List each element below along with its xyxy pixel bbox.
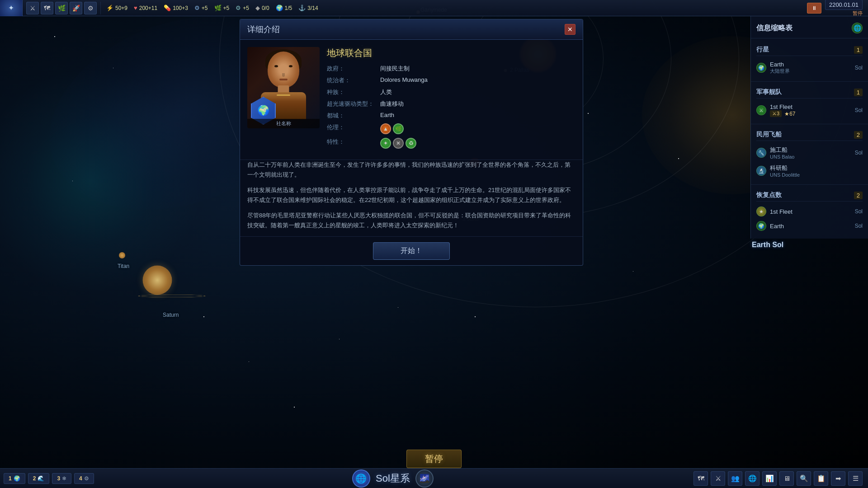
- ships-val: 3/14: [307, 5, 318, 11]
- br-icon-map[interactable]: 🗺: [693, 471, 708, 486]
- tab2-icon: 🌊: [38, 475, 44, 482]
- br-icon-combat[interactable]: ⚔: [711, 471, 725, 486]
- planet-titan[interactable]: [119, 252, 125, 258]
- fleet-badges: ⚔3 ★67: [770, 110, 851, 117]
- eng2-icon: ⚙: [236, 5, 241, 11]
- planets-val: 1/5: [285, 5, 292, 11]
- br-icon-arrow[interactable]: ➡: [831, 471, 845, 486]
- desc-para-3: 尽管88年的毛里塔尼亚警察行动让某些人厌恶大权独揽的联合国，但不可反驳的是：联合…: [247, 211, 576, 230]
- desc-para-2: 科技发展虽然迅速，但也伴随着代价，在人类掌控原子能以前，战争夺走了成千上万的生命…: [247, 185, 576, 205]
- planets-icon: 🌍: [276, 5, 283, 11]
- left-eye: [274, 65, 278, 67]
- sidebar-section-planets: 行星 1 🌍 Earth 大陆世界 Sol: [751, 42, 868, 79]
- topbar: ✦ ⚔ 🗺 🌿 🚀 ⚙ ⚡ 50+9 ♥ 200+11 💊 100+3 ⚙ +5…: [0, 0, 868, 16]
- tab3-num: 3: [57, 475, 60, 482]
- ethic-icon-1: ▲: [380, 123, 391, 134]
- info-row-ethics: 伦理： ▲ 🌿: [327, 123, 576, 134]
- fleet-badge: ⚔3: [770, 110, 782, 117]
- nose: [282, 73, 285, 77]
- icon-map[interactable]: 🗺: [41, 2, 53, 14]
- galaxy-icon-bottom[interactable]: 🌌: [415, 469, 434, 488]
- star: [294, 407, 295, 408]
- br-icon-people[interactable]: 👥: [728, 471, 742, 486]
- bottombar: 1 🌍 2 🌊 3 ❄ 4 ⚙ 🌐 Sol星系 🌌 🗺 ⚔ 👥 🌐 📊 🖥 🔍 …: [0, 468, 868, 488]
- br-icon-search[interactable]: 🔍: [797, 471, 811, 486]
- tab4-icon: ⚙: [84, 475, 89, 482]
- planet-saturn[interactable]: [143, 266, 172, 295]
- capital-val: Earth: [380, 112, 394, 118]
- bottom-tab-4[interactable]: 4 ⚙: [74, 473, 94, 484]
- trait-icon-2: ✕: [393, 138, 404, 149]
- saturn-rings: [138, 295, 206, 298]
- earth-planet-icon: 🌍: [756, 63, 766, 73]
- start-button[interactable]: 开始！: [373, 242, 450, 260]
- recovery-section-header: 恢复点数 2: [756, 189, 863, 202]
- pause-button[interactable]: ⏸: [807, 3, 821, 14]
- construction-loc: Sol: [855, 150, 863, 156]
- icon-settings[interactable]: ⚙: [84, 2, 97, 14]
- icon-combat[interactable]: ⚔: [26, 2, 39, 14]
- fleet-extra: ★67: [784, 111, 795, 117]
- info-row-species: 种族： 人类: [327, 88, 576, 96]
- br-icon-stats[interactable]: 📊: [762, 471, 777, 486]
- planets-section-header: 行星 1: [756, 44, 863, 56]
- star: [203, 316, 204, 317]
- sidebar-item-fleet[interactable]: ⚔ 1st Fleet ⚔3 ★67 Sol: [756, 101, 863, 119]
- system-name-bottom: Sol星系: [376, 472, 410, 485]
- tab1-num: 1: [9, 475, 12, 482]
- military-section-header: 军事舰队 1: [756, 86, 863, 99]
- recovery-earth-name: Earth: [770, 223, 851, 230]
- earth-sol-area: Earth Sol: [752, 241, 783, 249]
- info-row-government: 政府： 间接民主制: [327, 65, 576, 73]
- dialog-close-button[interactable]: ✕: [565, 24, 576, 35]
- bottom-right-icons: 🗺 ⚔ 👥 🌐 📊 🖥 🔍 📋 ➡ ☰: [688, 471, 868, 486]
- topbar-right: ⏸ 2200.01.01 暂停: [802, 0, 868, 17]
- civilian-label: 民用飞船: [756, 131, 782, 139]
- sidebar-item-earth[interactable]: 🌍 Earth 大陆世界 Sol: [756, 59, 863, 77]
- capital-label: 都城：: [327, 112, 377, 120]
- construction-sub: UNS Balao: [770, 154, 851, 160]
- ftl-label: 超光速驱动类型：: [327, 100, 377, 108]
- ethics-label: 伦理：: [327, 123, 377, 131]
- system-icon-bottom[interactable]: 🌐: [352, 469, 370, 488]
- bio-icon: 🌿: [214, 5, 222, 11]
- resource-bio2: 🌿 +5: [214, 5, 230, 11]
- bottom-tab-2[interactable]: 2 🌊: [28, 473, 50, 484]
- sidebar-item-recovery-earth[interactable]: 🌍 Earth Sol: [756, 219, 863, 233]
- science-sub: UNS Doolittle: [770, 172, 863, 178]
- resource-ships-res: ⚓ 3/14: [298, 5, 318, 11]
- br-icon-menu[interactable]: ☰: [848, 471, 863, 486]
- icon-ship[interactable]: 🚀: [70, 2, 82, 14]
- earth-sub: 大陆世界: [770, 68, 851, 75]
- ethics-icons: ▲ 🌿: [380, 123, 404, 134]
- dialog-footer: 开始！: [240, 236, 583, 265]
- resource-energy: ⚡ 50+9: [106, 5, 127, 11]
- faction-portrait: 🌍 社名称: [247, 47, 320, 128]
- divider-1: [751, 81, 868, 82]
- traits-icons: ✦ ✕ ♻: [380, 138, 416, 149]
- br-icon-screen[interactable]: 🖥: [779, 471, 794, 486]
- dialog-header: 详细介绍 ✕: [240, 19, 583, 40]
- government-val: 间接民主制: [380, 65, 410, 73]
- ships-icon: ⚓: [298, 5, 306, 11]
- star: [54, 36, 55, 37]
- sidebar-section-civilian: 民用飞船 2 🔧 施工船 UNS Balao Sol 🔬 科研船 UNS Doo…: [751, 127, 868, 182]
- sidebar-globe-icon[interactable]: 🌐: [852, 23, 863, 33]
- science-ship-icon: 🔬: [756, 166, 766, 176]
- trait-icon-1: ✦: [380, 138, 391, 149]
- sidebar-item-science[interactable]: 🔬 科研船 UNS Doolittle: [756, 162, 863, 180]
- br-icon-list[interactable]: 📋: [814, 471, 828, 486]
- info-row-leader: 统治者： Dolores Muwanga: [327, 76, 576, 84]
- recovery-fleet-icon: ★: [756, 206, 766, 216]
- br-icon-globe[interactable]: 🌐: [745, 471, 760, 486]
- sidebar-item-recovery-fleet[interactable]: ★ 1st Fleet Sol: [756, 204, 863, 219]
- right-eye: [289, 65, 292, 67]
- planets-count: 1: [854, 46, 863, 54]
- bottom-tab-1[interactable]: 1 🌍: [4, 473, 25, 484]
- fleet-info: 1st Fleet ⚔3 ★67: [770, 103, 851, 117]
- fleet-icon: ⚔: [756, 105, 766, 115]
- sidebar-item-construction[interactable]: 🔧 施工船 UNS Balao Sol: [756, 144, 863, 162]
- bottom-tab-3[interactable]: 3 ❄: [52, 473, 71, 484]
- icon-bio[interactable]: 🌿: [55, 2, 68, 14]
- tab1-icon: 🌍: [14, 475, 20, 482]
